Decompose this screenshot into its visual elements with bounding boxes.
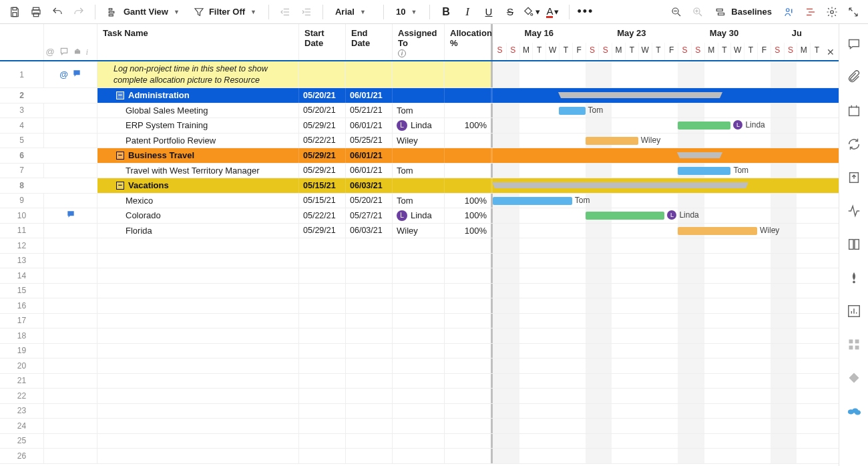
empty-row[interactable]: 24 <box>0 419 839 434</box>
filter-selector[interactable]: Filter Off ▼ <box>188 3 262 21</box>
comment-icon[interactable] <box>66 210 75 221</box>
people-button[interactable] <box>780 3 799 21</box>
task-row[interactable]: 5 Patent Portfolio Review 05/22/2105/25/… <box>0 134 839 149</box>
activity-log-icon[interactable] <box>846 203 862 219</box>
gantt-bar[interactable] <box>678 167 730 175</box>
empty-row[interactable]: 15 <box>0 284 839 299</box>
fontsize-selector[interactable]: 10▼ <box>391 3 423 21</box>
baselines-button[interactable]: Baselines <box>710 3 777 21</box>
gantt-bar[interactable] <box>586 212 665 220</box>
summary-icon[interactable] <box>846 236 862 252</box>
taskname-header[interactable]: Task Name <box>97 24 299 60</box>
group-row[interactable]: 8 −Vacations 05/15/2106/03/21 <box>0 178 839 194</box>
empty-row[interactable]: 12 <box>0 238 839 254</box>
gantt-bar[interactable] <box>678 227 757 235</box>
outdent-button[interactable] <box>276 3 294 21</box>
empty-row[interactable]: 14 <box>0 268 839 284</box>
task-row[interactable]: 3 Global Sales Meeting 05/20/2105/21/21 … <box>0 103 839 119</box>
attachments-icon[interactable] <box>846 69 862 85</box>
task-row[interactable]: 7 Travel with West Territory Manager 05/… <box>0 164 839 179</box>
group-row[interactable]: 6 −Business Travel 05/29/2106/01/21 <box>0 148 839 164</box>
update-requests-icon[interactable] <box>846 136 862 152</box>
empty-row[interactable]: 26 <box>0 449 839 464</box>
group-name: Vacations <box>128 180 169 190</box>
empty-row[interactable]: 20 <box>0 359 839 374</box>
empty-row[interactable]: 16 <box>0 298 839 314</box>
settings-button[interactable] <box>823 3 841 21</box>
bar-label: Tom <box>575 196 590 205</box>
proofs-icon[interactable] <box>846 103 862 119</box>
print-button[interactable] <box>27 3 45 21</box>
svg-line-16 <box>678 13 681 16</box>
indent-button[interactable] <box>297 3 316 21</box>
right-rail <box>839 24 868 466</box>
assigned-header[interactable]: Assigned Toi <box>393 24 445 60</box>
enddate-header[interactable]: End Date <box>346 24 393 60</box>
undo-button[interactable] <box>48 3 67 21</box>
text-color-button[interactable]: A▾ <box>544 3 562 21</box>
view-selector[interactable]: Gantt View ▼ <box>102 3 185 21</box>
critical-path-button[interactable] <box>801 3 820 21</box>
svg-point-14 <box>531 13 533 15</box>
dynamic-view-icon[interactable] <box>846 370 862 386</box>
avatar: L <box>397 120 407 131</box>
strikethrough-button[interactable]: S <box>501 3 519 21</box>
empty-row[interactable]: 18 <box>0 328 839 344</box>
grid-body: 1 @ Log non-project time in this sheet t… <box>0 61 839 464</box>
comment-icon[interactable] <box>72 69 81 80</box>
assignee-name: Tom <box>397 196 413 206</box>
apps-icon[interactable] <box>846 336 862 353</box>
svg-rect-41 <box>855 340 859 344</box>
underline-button[interactable]: U <box>479 3 498 21</box>
empty-row[interactable]: 13 <box>0 254 839 269</box>
svg-rect-33 <box>849 240 853 250</box>
svg-rect-40 <box>849 340 853 344</box>
gantt-bar[interactable] <box>586 137 638 145</box>
font-selector[interactable]: Arial▼ <box>330 3 377 21</box>
italic-button[interactable]: I <box>458 3 477 21</box>
group-row[interactable]: 2 −Administration 05/20/2106/01/21 <box>0 88 839 103</box>
task-row[interactable]: 9 Mexico 05/15/2105/20/21 Tom 100% Tom <box>0 194 839 209</box>
fill-color-button[interactable]: ▾ <box>522 3 541 21</box>
bold-button[interactable]: B <box>437 3 455 21</box>
empty-row[interactable]: 25 <box>0 434 839 449</box>
collapse-toggle[interactable]: − <box>116 91 124 99</box>
zoom-out-button[interactable] <box>667 3 686 21</box>
gantt-bar[interactable] <box>493 197 572 205</box>
startdate-header[interactable]: Start Date <box>299 24 346 60</box>
note-row[interactable]: 1 @ Log non-project time in this sheet t… <box>0 61 839 88</box>
font-label: Arial <box>335 7 355 17</box>
publish-icon[interactable] <box>846 170 862 186</box>
collapse-toggle[interactable]: − <box>116 182 124 190</box>
collapse-button[interactable] <box>844 3 863 21</box>
indicators-header: @ i <box>44 24 97 60</box>
close-timeline-icon[interactable]: ✕ <box>827 47 835 57</box>
task-name: Travel with West Territory Manager <box>126 166 260 176</box>
empty-row[interactable]: 17 <box>0 314 839 329</box>
gantt-bar[interactable] <box>678 122 730 130</box>
task-row[interactable]: 10 Colorado 05/22/2105/27/21 LLinda 100%… <box>0 208 839 224</box>
collapse-toggle[interactable]: − <box>116 152 124 160</box>
allocation-header[interactable]: Allocation % <box>445 24 493 60</box>
column-headers: @ i Task Name Start Date End Date Assign… <box>0 24 839 61</box>
empty-row[interactable]: 19 <box>0 344 839 359</box>
zoom-in-button[interactable] <box>688 3 707 21</box>
comment-header-icon <box>59 47 69 56</box>
task-row[interactable]: 11 Florida 05/29/2106/03/21 Wiley 100% W… <box>0 224 839 239</box>
empty-row[interactable]: 22 <box>0 389 839 404</box>
svg-rect-43 <box>855 346 859 350</box>
task-name: Mexico <box>126 196 153 206</box>
brandfolder-icon[interactable] <box>846 270 862 286</box>
redo-button[interactable] <box>69 3 88 21</box>
empty-row[interactable]: 21 <box>0 374 839 389</box>
chart-rail-icon[interactable] <box>846 303 862 319</box>
conversations-icon[interactable] <box>846 36 862 52</box>
task-row[interactable]: 4 ERP System Training 05/29/2106/01/21 L… <box>0 118 839 134</box>
salesforce-icon[interactable] <box>846 403 862 419</box>
link-icon[interactable]: @ <box>59 69 68 79</box>
more-button[interactable]: ••• <box>576 3 595 21</box>
gantt-bar[interactable] <box>559 107 586 115</box>
save-button[interactable] <box>5 3 24 21</box>
task-name: Global Sales Meeting <box>126 105 208 115</box>
empty-row[interactable]: 23 <box>0 404 839 419</box>
